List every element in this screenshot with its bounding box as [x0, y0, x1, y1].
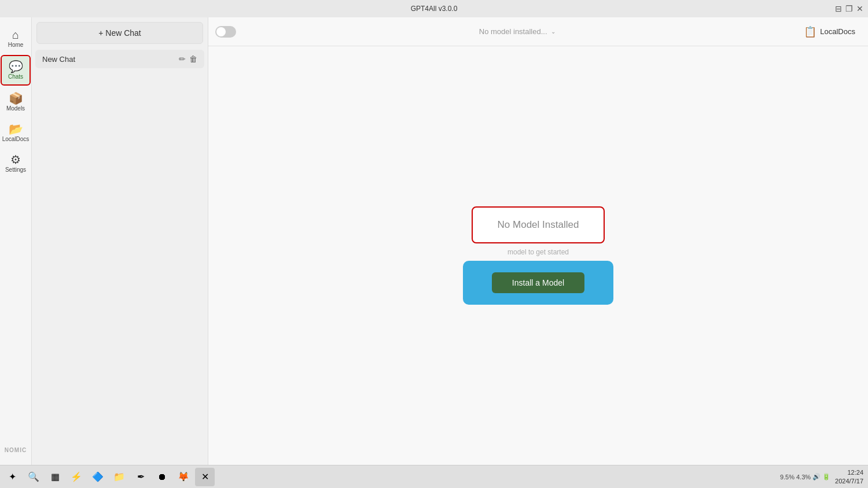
- localdocs-book-icon: 📋: [804, 25, 816, 38]
- sidebar-item-chats[interactable]: 💬 Chats: [1, 55, 31, 86]
- no-model-title: No Model Installed: [498, 219, 579, 230]
- taskbar-files[interactable]: ▦: [45, 468, 65, 486]
- minimize-button[interactable]: ⊟: [835, 4, 842, 13]
- sidebar: + New Chat New Chat ✏ 🗑: [32, 17, 208, 465]
- chat-list: New Chat ✏ 🗑: [32, 49, 208, 465]
- taskbar-app7[interactable]: ⏺: [152, 468, 172, 486]
- chats-icon: 💬: [9, 61, 23, 72]
- chat-item-name: New Chat: [42, 55, 179, 64]
- taskbar-clock: 12:24 2024/7/17: [835, 468, 863, 485]
- chevron-down-icon: ⌄: [551, 28, 556, 35]
- close-button[interactable]: ✕: [856, 4, 863, 13]
- taskbar-right: 9.5% 4.3% 🔊 🔋 12:24 2024/7/17: [780, 468, 866, 485]
- chats-label: Chats: [8, 73, 23, 80]
- main-header: No model installed... ⌄ 📋 LocalDocs: [208, 17, 868, 46]
- title-bar-controls[interactable]: ⊟ ❐ ✕: [835, 4, 863, 13]
- clock-date: 2024/7/17: [835, 477, 863, 485]
- localdocs-icon-nav: 📂: [9, 123, 23, 135]
- taskbar-app6[interactable]: ✒: [131, 468, 150, 486]
- chat-item[interactable]: New Chat ✏ 🗑: [35, 50, 204, 68]
- sidebar-item-localdocs[interactable]: 📂 LocalDocs: [1, 119, 31, 147]
- chat-area: No Model Installed model to get started …: [208, 46, 868, 465]
- taskbar-terminal[interactable]: ⚡: [67, 468, 86, 486]
- title-bar-text: GPT4All v3.0.0: [411, 5, 458, 13]
- install-model-card: Install a Model: [463, 261, 613, 305]
- sidebar-item-models[interactable]: 📦 Models: [1, 88, 31, 116]
- brand-label: NOMIC: [5, 447, 27, 465]
- chat-item-actions: ✏ 🗑: [179, 54, 197, 64]
- title-bar: GPT4All v3.0.0 ⊟ ❐ ✕: [0, 0, 868, 17]
- taskbar-close-app[interactable]: ✕: [195, 468, 215, 486]
- cpu-stat: 9.5%: [780, 474, 795, 480]
- models-label: Models: [6, 105, 25, 112]
- taskbar-search-app[interactable]: ✦: [2, 468, 22, 486]
- home-label: Home: [8, 42, 24, 48]
- localdocs-button-label: LocalDocs: [820, 27, 855, 36]
- sys-icon1: 🔊: [812, 473, 821, 480]
- system-stats: 9.5% 4.3% 🔊 🔋: [780, 473, 830, 480]
- toggle-switch[interactable]: [215, 26, 236, 38]
- new-chat-button[interactable]: + New Chat: [36, 22, 203, 44]
- subtitle-text: model to get started: [507, 248, 569, 256]
- no-model-box: No Model Installed: [472, 206, 605, 243]
- main-content: No model installed... ⌄ 📋 LocalDocs No M…: [208, 17, 868, 465]
- taskbar-firefox[interactable]: 🦊: [174, 468, 193, 486]
- sidebar-item-home[interactable]: ⌂ Home: [1, 24, 31, 53]
- sys-icon2: 🔋: [822, 473, 830, 480]
- taskbar: ✦ 🔍 ▦ ⚡ 🔷 📁 ✒ ⏺ 🦊 ✕ 9.5% 4.3% 🔊 🔋 12:24 …: [0, 465, 868, 488]
- nav-icons: ⌂ Home 💬 Chats 📦 Models 📂 LocalDocs ⚙ Se…: [0, 17, 32, 465]
- home-icon: ⌂: [12, 29, 19, 40]
- models-icon: 📦: [9, 93, 23, 104]
- model-selector[interactable]: No model installed... ⌄: [479, 27, 556, 36]
- sidebar-item-settings[interactable]: ⚙ Settings: [1, 149, 31, 178]
- taskbar-app4[interactable]: 🔷: [88, 468, 108, 486]
- settings-label: Settings: [5, 167, 26, 173]
- mem-stat: 4.3%: [796, 474, 811, 480]
- settings-icon: ⚙: [10, 154, 21, 165]
- taskbar-search[interactable]: 🔍: [24, 468, 43, 486]
- center-card: No Model Installed model to get started …: [463, 206, 613, 305]
- taskbar-folder[interactable]: 📁: [109, 468, 129, 486]
- localdocs-button[interactable]: 📋 LocalDocs: [798, 23, 861, 40]
- delete-chat-icon[interactable]: 🗑: [189, 54, 197, 64]
- localdocs-label: LocalDocs: [2, 136, 30, 142]
- model-selector-text: No model installed...: [479, 27, 547, 36]
- app-container: ⌂ Home 💬 Chats 📦 Models 📂 LocalDocs ⚙ Se…: [0, 17, 868, 465]
- maximize-button[interactable]: ❐: [845, 4, 853, 13]
- edit-chat-icon[interactable]: ✏: [179, 54, 186, 64]
- clock-time: 12:24: [847, 468, 863, 476]
- install-model-button[interactable]: Install a Model: [492, 272, 584, 293]
